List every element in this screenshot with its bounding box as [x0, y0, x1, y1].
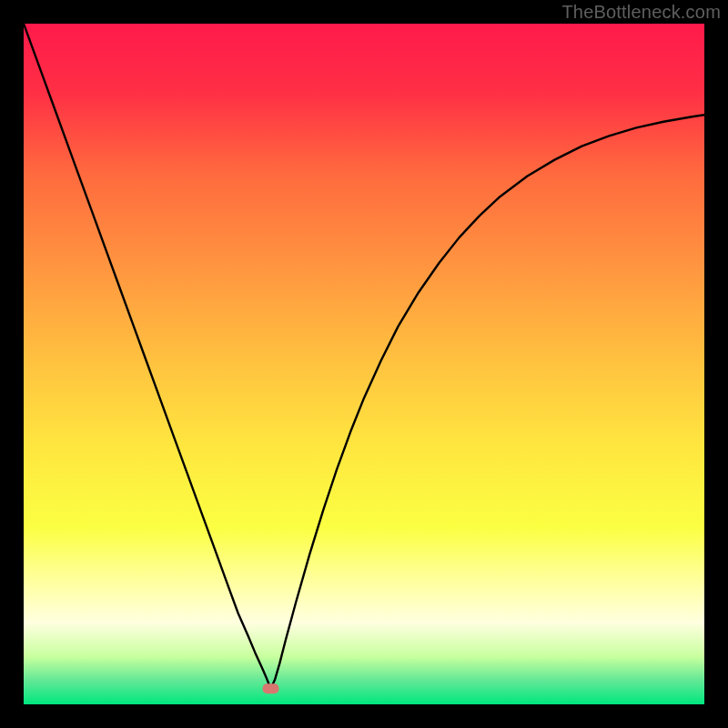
gradient-background — [24, 24, 704, 704]
chart-frame — [24, 24, 704, 704]
minimum-marker — [263, 683, 279, 693]
watermark-text: TheBottleneck.com — [561, 2, 721, 23]
bottleneck-chart — [24, 24, 704, 704]
